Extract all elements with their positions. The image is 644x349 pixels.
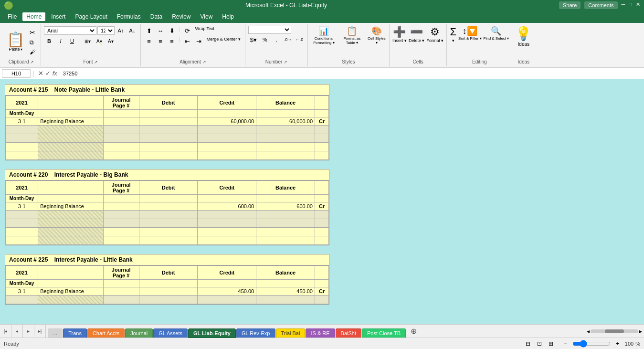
cell-empty-220-5e[interactable] <box>198 236 256 245</box>
cell-empty-215-2c[interactable] <box>103 126 139 134</box>
cell-empty-220-5a[interactable] <box>6 236 38 245</box>
sheet-tab-post-close-tb[interactable]: Post Close TB <box>362 328 406 338</box>
cell-debit-225-1[interactable] <box>139 287 198 296</box>
cell-empty-215-4d[interactable] <box>139 143 198 151</box>
menu-home[interactable]: Home <box>22 12 45 21</box>
sheet-tab-chart-accts[interactable]: Chart Accts <box>87 328 125 338</box>
cell-empty-215-5d[interactable] <box>139 151 198 160</box>
format-button[interactable]: ⚙ Format ▾ <box>426 26 443 43</box>
zoom-out-button[interactable]: − <box>560 339 570 348</box>
percent-button[interactable]: % <box>260 35 270 44</box>
cell-monthday-215-1[interactable]: 3-1 <box>6 117 38 126</box>
cell-empty-215-4a[interactable] <box>6 143 38 151</box>
decrease-font-button[interactable]: A↓ <box>127 26 137 35</box>
align-bottom-button[interactable]: ⬇ <box>167 26 177 35</box>
cell-credit-220-1[interactable]: 600.00 <box>198 202 256 211</box>
menu-view[interactable]: View <box>197 12 217 21</box>
cell-debit-220-1[interactable] <box>139 202 198 211</box>
cell-monthday-225-1[interactable]: 3-1 <box>6 287 38 296</box>
cell-empty-220-4c[interactable] <box>103 228 139 236</box>
cell-desc-215-1[interactable]: Beginning Balance <box>38 117 103 126</box>
cell-journal-220-1[interactable] <box>103 202 139 211</box>
cancel-formula-icon[interactable]: ✕ <box>38 70 43 77</box>
insert-function-icon[interactable]: fx <box>53 70 57 77</box>
cell-empty-215-4f[interactable] <box>256 143 315 151</box>
cell-empty-215-2e[interactable] <box>198 126 256 134</box>
cell-empty-220-2e[interactable] <box>198 211 256 219</box>
accounting-format-button[interactable]: $▾ <box>248 35 259 44</box>
insert-button[interactable]: ➕ Insert ▾ <box>392 26 407 43</box>
sheet-content[interactable]: Account # 215 Note Payable - Little Bank… <box>0 79 644 324</box>
sheet-tab-gl-assets[interactable]: GL Assets <box>153 328 188 338</box>
sheet-tab-bal-sht[interactable]: BalSht <box>336 328 361 338</box>
increase-decimal-button[interactable]: .0→ <box>283 35 293 44</box>
cell-empty-215-2a[interactable] <box>6 126 38 134</box>
cell-empty-220-4a[interactable] <box>6 228 38 236</box>
cell-balance-225-1[interactable]: 450.00 <box>256 287 315 296</box>
align-top-button[interactable]: ⬆ <box>144 26 154 35</box>
cell-empty-215-3a[interactable] <box>6 134 38 143</box>
font-family-select[interactable]: Arial <box>44 26 96 35</box>
page-break-view-button[interactable]: ⊞ <box>546 339 556 348</box>
bold-button[interactable]: B <box>44 36 54 46</box>
cell-empty-220-3f[interactable] <box>256 219 315 228</box>
cell-balance-215-1[interactable]: 60,000.00 <box>256 117 315 126</box>
menu-insert[interactable]: Insert <box>47 12 69 21</box>
tab-scroll-left-first[interactable]: |◂ <box>0 325 11 338</box>
cell-desc-220-1[interactable]: Beginning Balance <box>38 202 103 211</box>
cell-empty-215-2f[interactable] <box>256 126 315 134</box>
maximize-button[interactable]: □ <box>629 1 632 9</box>
conditional-formatting-button[interactable]: 📊 Conditional Formatting ▾ <box>311 26 337 45</box>
cell-empty-225-2d[interactable] <box>139 296 198 304</box>
menu-data[interactable]: Data <box>147 12 166 21</box>
italic-button[interactable]: I <box>55 36 66 46</box>
cut-button[interactable]: ✂ <box>28 28 37 37</box>
cell-styles-button[interactable]: 🎨 Cell Styles ▾ <box>367 26 386 45</box>
cell-empty-220-3e[interactable] <box>198 219 256 228</box>
cell-monthday-220-1[interactable]: 3-1 <box>6 202 38 211</box>
cell-empty-220-3d[interactable] <box>139 219 198 228</box>
add-sheet-button[interactable]: ⊕ <box>408 326 419 337</box>
cell-empty-220-2d[interactable] <box>139 211 198 219</box>
cell-empty-220-3c[interactable] <box>103 219 139 228</box>
confirm-formula-icon[interactable]: ✓ <box>45 70 51 77</box>
increase-indent-button[interactable]: ⇥ <box>194 36 204 46</box>
sheet-tab-journal[interactable]: Journal <box>125 328 153 338</box>
horizontal-scrollbar[interactable] <box>591 329 638 333</box>
font-size-select[interactable]: 12 <box>97 26 115 35</box>
cell-journal-215-1[interactable] <box>103 117 139 126</box>
orientation-button[interactable]: ⟳ <box>182 26 193 35</box>
page-layout-view-button[interactable]: ⊡ <box>534 339 545 348</box>
cell-empty-215-5f[interactable] <box>256 151 315 160</box>
cell-empty-220-4f[interactable] <box>256 228 315 236</box>
scroll-right-icon[interactable]: ▸ <box>639 328 642 335</box>
font-color-button[interactable]: A▾ <box>106 36 116 46</box>
tab-scroll-right-last[interactable]: ▸| <box>34 325 46 338</box>
cell-empty-215-3e[interactable] <box>198 134 256 143</box>
menu-page-layout[interactable]: Page Layout <box>71 12 111 21</box>
zoom-slider[interactable] <box>572 340 611 348</box>
cell-empty-220-4d[interactable] <box>139 228 198 236</box>
sort-filter-button[interactable]: ↕🔽 Sort & Filter ▾ <box>458 26 481 41</box>
cell-empty-215-5e[interactable] <box>198 151 256 160</box>
underline-button[interactable]: U <box>67 36 77 46</box>
align-right-button[interactable]: ≡ <box>167 36 177 46</box>
decrease-decimal-button[interactable]: ←.0 <box>294 35 305 44</box>
cell-empty-220-3a[interactable] <box>6 219 38 228</box>
cell-empty-215-4e[interactable] <box>198 143 256 151</box>
cell-empty-225-2c[interactable] <box>103 296 139 304</box>
cell-empty-215-2d[interactable] <box>139 126 198 134</box>
formula-input[interactable]: 37250 <box>61 70 642 77</box>
copy-button[interactable]: ⧉ <box>28 39 37 46</box>
decrease-indent-button[interactable]: ⇤ <box>182 36 193 46</box>
cell-empty-220-2c[interactable] <box>103 211 139 219</box>
cell-empty-225-2e[interactable] <box>198 296 256 304</box>
sheet-tab-is-re[interactable]: IS & RE <box>306 328 335 338</box>
cell-empty-215-5a[interactable] <box>6 151 38 160</box>
cell-empty-225-2a[interactable] <box>6 296 38 304</box>
paste-button[interactable]: 📋 Paste ▾ <box>5 32 26 53</box>
sheet-tab-gl-liab-equity[interactable]: GL Liab-Equity <box>188 328 236 338</box>
align-left-button[interactable]: ≡ <box>144 36 154 46</box>
align-center-button[interactable]: ≡ <box>155 36 166 46</box>
cell-empty-220-2a[interactable] <box>6 211 38 219</box>
